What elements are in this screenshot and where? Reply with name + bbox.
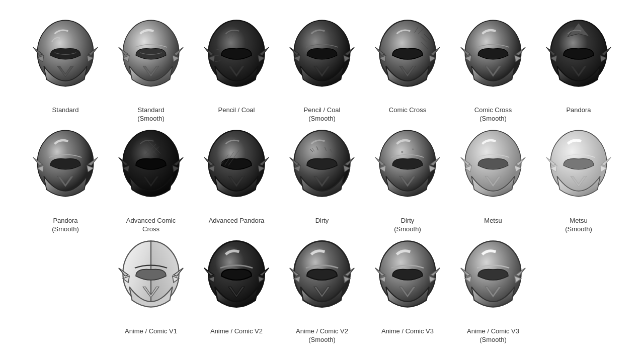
helmet-label-pandora: Pandora	[566, 106, 591, 115]
helmet-image-standard	[28, 18, 103, 103]
helmet-label-anime-comic-v2-smooth: Anime / Comic V2(Smooth)	[296, 327, 348, 344]
helmet-item-comic-cross-smooth: Comic Cross(Smooth)	[453, 18, 533, 123]
helmet-image-metsu	[455, 128, 531, 214]
helmet-label-anime-comic-v1: Anime / Comic V1	[125, 327, 177, 336]
helmet-label-advanced-comic-cross: Advanced ComicCross	[126, 217, 176, 234]
helmet-image-anime-comic-v3	[370, 239, 445, 324]
helmet-image-comic-cross	[370, 18, 445, 103]
helmet-item-advanced-pandora: Advanced Pandora	[196, 128, 277, 234]
helmet-label-comic-cross: Comic Cross	[389, 106, 426, 115]
helmet-item-pencil-coal-smooth: Pencil / Coal(Smooth)	[282, 18, 362, 123]
helmet-image-anime-comic-v1	[113, 239, 189, 324]
helmet-image-anime-comic-v3-smooth	[455, 239, 531, 324]
row-1: Standard	[10, 18, 634, 123]
row-3: Anime / Comic V1	[10, 239, 634, 344]
helmet-image-pencil-coal	[199, 18, 274, 103]
helmet-item-anime-comic-v2-smooth: Anime / Comic V2(Smooth)	[282, 239, 362, 344]
svg-point-12	[401, 151, 403, 153]
helmet-item-dirty-smooth: Dirty(Smooth)	[367, 128, 448, 234]
helmet-image-anime-comic-v2	[199, 239, 274, 324]
helmet-item-pencil-coal: Pencil / Coal	[196, 18, 277, 123]
helmet-image-advanced-pandora	[199, 128, 274, 214]
helmet-image-anime-comic-v2-smooth	[284, 239, 360, 324]
helmet-image-metsu-smooth	[541, 128, 616, 214]
helmet-image-pencil-coal-smooth	[284, 18, 360, 103]
helmet-image-dirty-smooth	[370, 128, 445, 214]
helmet-label-metsu: Metsu	[484, 217, 502, 225]
helmet-item-dirty: Dirty	[282, 128, 362, 234]
helmet-item-advanced-comic-cross: Advanced ComicCross	[111, 128, 191, 234]
helmet-item-standard: Standard	[25, 18, 106, 123]
helmet-label-dirty-smooth: Dirty(Smooth)	[394, 217, 421, 234]
helmet-image-pandora	[541, 18, 616, 103]
helmet-image-dirty	[284, 128, 360, 214]
helmet-item-comic-cross: Comic Cross	[367, 18, 448, 123]
helmet-item-standard-smooth: Standard(Smooth)	[111, 18, 191, 123]
helmet-image-standard-smooth	[113, 18, 189, 103]
helmet-item-anime-comic-v3: Anime / Comic V3	[367, 239, 448, 344]
helmet-label-standard: Standard	[52, 106, 79, 115]
helmet-label-anime-comic-v2: Anime / Comic V2	[210, 327, 263, 336]
row-2: Pandora(Smooth)	[10, 128, 634, 234]
helmet-image-advanced-comic-cross	[113, 128, 189, 214]
helmet-item-anime-comic-v3-smooth: Anime / Comic V3(Smooth)	[453, 239, 533, 344]
helmet-item-pandora-smooth: Pandora(Smooth)	[25, 128, 106, 234]
helmet-item-metsu-smooth: Metsu(Smooth)	[538, 128, 619, 234]
helmet-label-anime-comic-v3-smooth: Anime / Comic V3(Smooth)	[467, 327, 519, 344]
helmet-label-comic-cross-smooth: Comic Cross(Smooth)	[474, 106, 512, 123]
helmet-image-pandora-smooth	[28, 128, 103, 214]
helmet-label-standard-smooth: Standard(Smooth)	[137, 106, 164, 123]
helmet-image-comic-cross-smooth	[455, 18, 531, 103]
helmet-item-pandora: Pandora	[538, 18, 619, 123]
helmet-item-anime-comic-v1: Anime / Comic V1	[111, 239, 191, 344]
helmet-item-anime-comic-v2: Anime / Comic V2	[196, 239, 277, 344]
helmet-label-advanced-pandora: Advanced Pandora	[209, 217, 265, 225]
helmet-label-dirty: Dirty	[315, 217, 329, 225]
helmet-label-anime-comic-v3: Anime / Comic V3	[381, 327, 434, 336]
helmet-grid: Standard	[10, 18, 634, 344]
helmet-item-metsu: Metsu	[453, 128, 533, 234]
helmet-label-metsu-smooth: Metsu(Smooth)	[565, 217, 592, 234]
helmet-label-pencil-coal-smooth: Pencil / Coal(Smooth)	[304, 106, 341, 123]
helmet-label-pencil-coal: Pencil / Coal	[218, 106, 255, 115]
svg-point-13	[412, 149, 414, 150]
helmet-label-pandora-smooth: Pandora(Smooth)	[52, 217, 78, 234]
